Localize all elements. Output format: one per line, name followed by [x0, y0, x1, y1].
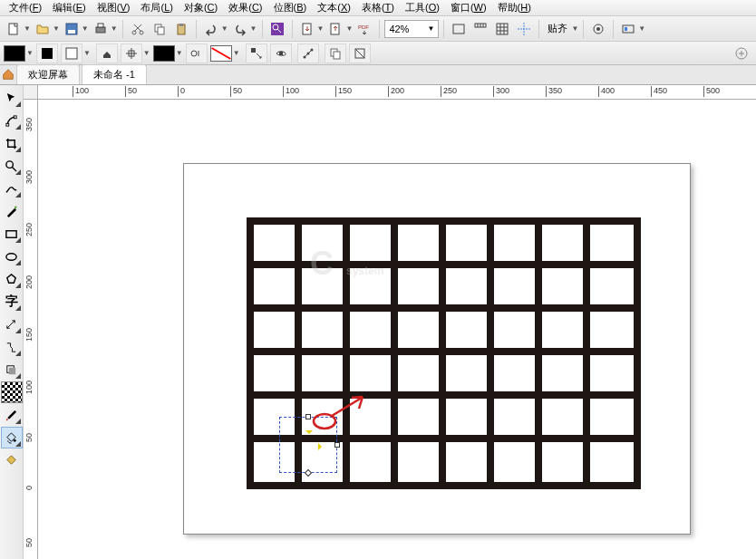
color-eyedropper-tool[interactable] — [1, 404, 23, 426]
ruler-mark: 150 — [335, 86, 352, 97]
zoom-tool[interactable] — [1, 155, 23, 177]
fill-color-swatch[interactable] — [4, 45, 25, 62]
svg-text:PDF: PDF — [358, 24, 369, 30]
export-dropdown[interactable]: ▼ — [345, 24, 353, 33]
svg-point-26 — [191, 51, 197, 56]
tab-untitled-1[interactable]: 未命名 -1 — [82, 64, 147, 84]
menu-edit[interactable]: 编辑(E) — [47, 0, 92, 15]
svg-point-39 — [15, 206, 17, 208]
selection-handle-right[interactable] — [334, 442, 340, 448]
zoom-dropdown-arrow[interactable]: ▼ — [427, 24, 434, 33]
svg-rect-28 — [279, 52, 283, 55]
show-guidelines-button[interactable] — [514, 19, 534, 39]
vertical-ruler[interactable]: 35030025020015010050050 — [24, 100, 38, 559]
save-dropdown[interactable]: ▼ — [82, 24, 89, 33]
svg-rect-10 — [179, 24, 183, 26]
fill-handle-arrow-v[interactable] — [305, 430, 313, 438]
redo-button[interactable] — [230, 19, 250, 39]
ellipse-tool[interactable] — [1, 246, 23, 267]
shape-tool[interactable] — [1, 110, 23, 131]
drawing-area[interactable]: C system — [38, 100, 756, 559]
ruler-mark: 400 — [598, 86, 615, 97]
mirror-h-button[interactable] — [186, 43, 208, 63]
wrap-fill-button[interactable] — [270, 43, 292, 63]
menu-tools[interactable]: 工具(O) — [400, 0, 445, 15]
undo-button[interactable] — [201, 19, 221, 39]
transparency-tool[interactable] — [1, 381, 23, 403]
open-dropdown[interactable]: ▼ — [53, 24, 60, 33]
menu-layout[interactable]: 布局(L) — [135, 0, 178, 15]
first-tile-offset[interactable] — [121, 43, 142, 63]
property-bar: ▼ ▼ ▼ ▼ ▼ — [0, 42, 756, 65]
pattern-fg-swatch[interactable] — [153, 45, 175, 62]
publish-pdf-button[interactable]: PDF — [354, 19, 374, 39]
transform-with-object[interactable] — [246, 43, 267, 63]
undo-dropdown[interactable]: ▼ — [221, 24, 228, 33]
fountain-fill-button[interactable] — [61, 43, 82, 63]
redo-dropdown[interactable]: ▼ — [250, 24, 257, 33]
connector-tool[interactable] — [1, 336, 23, 358]
import-button[interactable] — [297, 19, 317, 39]
save-button[interactable] — [62, 19, 82, 39]
import-dropdown[interactable]: ▼ — [317, 24, 325, 33]
horizontal-ruler[interactable]: 10050050100150200250300350400450500 — [38, 85, 756, 100]
add-toolbar-button[interactable] — [731, 43, 752, 63]
menu-help[interactable]: 帮助(H) — [492, 0, 537, 15]
text-tool[interactable]: 字 — [1, 291, 23, 313]
freehand-tool[interactable] — [1, 178, 23, 199]
interactive-fill-tool[interactable] — [1, 427, 23, 448]
options-button[interactable] — [588, 19, 608, 39]
edit-transparency-button[interactable] — [349, 43, 371, 63]
copy-fill-button[interactable] — [325, 43, 346, 63]
paste-button[interactable] — [171, 19, 191, 39]
menu-table[interactable]: 表格(T) — [356, 0, 400, 15]
cut-button[interactable] — [128, 19, 148, 39]
print-dropdown[interactable]: ▼ — [111, 24, 118, 33]
snap-dropdown[interactable]: ▼ — [571, 24, 578, 33]
svg-point-44 — [6, 419, 8, 420]
menu-file[interactable]: 文件(F) — [4, 0, 47, 15]
search-content-button[interactable] — [267, 19, 287, 39]
selection-marquee[interactable] — [279, 417, 337, 473]
menu-window[interactable]: 窗口(W) — [445, 0, 492, 15]
uniform-fill-button[interactable] — [36, 43, 58, 63]
export-button[interactable] — [325, 19, 345, 39]
full-screen-button[interactable] — [449, 19, 469, 39]
arrange-toggle-1[interactable] — [96, 43, 118, 63]
new-dropdown[interactable]: ▼ — [24, 24, 31, 33]
selection-handle-top[interactable] — [305, 414, 311, 419]
ruler-origin[interactable] — [24, 85, 38, 100]
home-icon[interactable] — [2, 68, 15, 81]
svg-rect-16 — [453, 24, 464, 34]
svg-rect-3 — [96, 27, 105, 33]
drop-shadow-tool[interactable] — [1, 359, 23, 381]
smart-fill-tool[interactable] — [1, 449, 23, 471]
print-button[interactable] — [91, 19, 111, 39]
parallel-dimension-tool[interactable] — [1, 313, 23, 335]
pick-tool[interactable] — [1, 87, 23, 109]
zoom-level-combo[interactable]: ▼ — [384, 20, 439, 38]
show-rulers-button[interactable] — [470, 19, 490, 39]
menu-effects[interactable]: 效果(C) — [223, 0, 267, 15]
launcher-dropdown[interactable]: ▼ — [638, 24, 645, 33]
zoom-input[interactable] — [389, 24, 425, 34]
rectangle-tool[interactable] — [1, 223, 23, 245]
menu-view[interactable]: 视图(V) — [92, 0, 136, 15]
tab-welcome[interactable]: 欢迎屏幕 — [16, 64, 80, 84]
pattern-bg-swatch[interactable] — [210, 45, 232, 62]
copy-button[interactable] — [150, 19, 170, 39]
show-grid-button[interactable] — [492, 19, 512, 39]
crop-tool[interactable] — [1, 132, 23, 154]
app-launcher-button[interactable] — [618, 19, 638, 39]
fill-handle-arrow-h[interactable] — [318, 443, 325, 450]
edit-fill-button[interactable] — [297, 43, 319, 63]
fill-color-dropdown[interactable]: ▼ — [26, 49, 34, 57]
artistic-media-tool[interactable] — [1, 200, 23, 222]
menu-text[interactable]: 文本(X) — [312, 0, 356, 15]
svg-rect-8 — [158, 27, 164, 34]
menu-object[interactable]: 对象(C) — [179, 0, 223, 15]
polygon-tool[interactable] — [1, 268, 23, 290]
new-button[interactable] — [4, 19, 24, 39]
menu-bitmap[interactable]: 位图(B) — [268, 0, 313, 15]
open-button[interactable] — [33, 19, 53, 39]
